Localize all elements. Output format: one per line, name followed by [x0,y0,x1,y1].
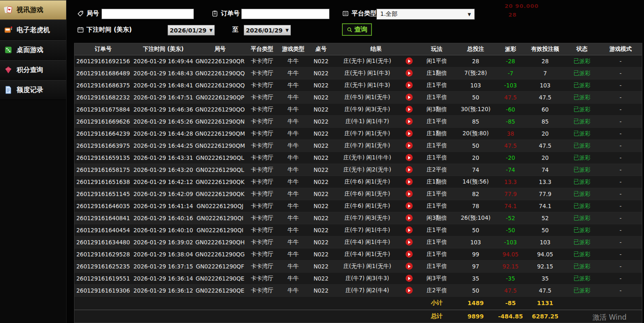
status-cell: 已派彩 [565,200,599,212]
payout-cell: -85 [495,115,525,127]
round-id-cell: GN022261290QI [195,224,245,236]
result-cell: 庄(牛7) 闲3(牛3) [334,272,400,284]
replay-button[interactable] [406,190,413,197]
replay-button[interactable] [406,118,413,125]
round-id-cell: GN022261290QG [195,248,245,260]
game-type-cell: 牛牛 [279,260,308,272]
result-cell: 庄(牛5) 闲1(无牛) [334,91,400,103]
order-id-cell: 260129161634480 [74,236,132,248]
replay-button[interactable] [406,226,413,234]
game-mode-cell: - [599,284,642,296]
bet-records-table: 订单号 下注时间 (美东) 局号 平台类型 游戏类型 桌号 结果 玩法 总投注 … [74,43,642,323]
date-from-select[interactable]: 2026/01/29 ▼ [168,25,215,35]
replay-button[interactable] [406,178,413,185]
table-no-cell: N022 [308,67,334,79]
table-no-cell: N022 [308,212,334,224]
total-bet-cell: 35 [456,272,495,284]
replay-cell [400,164,418,176]
round-id-cell: GN022261290QR [195,55,245,67]
sidebar-item-label: 额度记录 [17,86,43,94]
replay-cell [400,103,418,115]
status-cell: 已派彩 [565,224,599,236]
result-cell: 庄(牛6) 闲1(无牛) [334,200,400,212]
play-icon [408,60,411,63]
payout-cell: 38 [495,127,525,139]
game-type-cell: 牛牛 [279,248,308,260]
play-icon [408,289,411,292]
payout-cell: 92.15 [495,260,525,272]
order-id-cell: 260129161686375 [74,79,132,91]
status-cell: 已派彩 [565,139,599,152]
play-type-cell: 庄1平倍 [418,91,456,103]
table-no-cell: N022 [308,236,334,248]
replay-cell [400,224,418,236]
play-icon [408,277,411,280]
replay-button[interactable] [406,202,413,209]
play-type-cell: 庄2平倍 [418,284,456,296]
replay-button[interactable] [406,214,413,221]
result-cell: 庄(牛7) 闲2(牛4) [334,284,400,296]
sidebar-item-points-query[interactable]: 积分查询 [0,60,66,80]
sidebar-item-slot-machines[interactable]: 电子老虎机 [0,20,66,40]
game-mode-cell: - [599,127,642,139]
sidebar-item-video-games[interactable]: 视讯游戏 [0,0,66,20]
play-type-cell: 闲3翻倍 [418,103,456,115]
status-cell: 已派彩 [565,284,599,296]
table-no-cell: N022 [308,79,334,91]
valid-bet-cell: 47.5 [525,91,565,103]
valid-bet-cell: 60 [525,103,565,115]
table-no-cell: N022 [308,127,334,139]
replay-button[interactable] [406,82,413,89]
payout-cell: -35 [495,272,525,284]
platform-type-select[interactable]: 1.全部 ▼ [376,9,475,20]
play-type-cell: 庄1翻倍 [418,176,456,188]
round-number-label: 局号 [77,10,99,17]
replay-button[interactable] [406,94,413,101]
table-no-cell: N022 [308,224,334,236]
game-mode-cell: - [599,115,642,127]
replay-button[interactable] [406,251,413,258]
replay-button[interactable] [406,70,413,77]
valid-bet-cell: 13.3 [525,176,565,188]
round-id-cell: GN022261290QL [195,152,245,164]
header-table-no: 桌号 [308,43,334,55]
table-no-cell: N022 [308,248,334,260]
replay-button[interactable] [406,57,413,65]
table-no-cell: N022 [308,272,334,284]
replay-button[interactable] [406,287,413,294]
sidebar-item-quota-records[interactable]: 额度记录 [0,80,66,100]
play-icon [408,144,411,147]
replay-cell [400,212,418,224]
total-bet-cell: 26(预:104) [456,212,495,224]
total-bet-cell: 28 [456,55,495,67]
bet-time-cell: 2026-01-29 16:40:10 [132,224,195,236]
replay-button[interactable] [406,166,413,173]
platform-cell: 卡卡湾厅 [245,79,279,91]
sidebar-item-table-games[interactable]: 桌面游戏 [0,40,66,60]
replay-button[interactable] [406,154,413,161]
date-to-select[interactable]: 2026/01/29 ▼ [244,25,291,35]
bet-time-cell: 2026-01-29 16:44:28 [132,127,195,139]
game-type-cell: 牛牛 [279,188,308,200]
result-cell: 庄(无牛) 闲1(牛3) [334,67,400,79]
replay-button[interactable] [406,263,413,270]
play-type-cell: 庄1平倍 [418,188,456,200]
round-number-input[interactable] [102,9,194,19]
table-row: 260129161646035 2026-01-29 16:41:14 GN02… [74,200,642,212]
search-icon [347,27,353,33]
valid-bet-cell: 35 [525,272,565,284]
query-button[interactable]: 查询 [342,23,372,36]
table-row: 260129161663975 2026-01-29 16:44:25 GN02… [74,139,642,152]
order-number-input[interactable] [241,9,329,19]
replay-button[interactable] [406,142,413,149]
play-type-cell: 庄1平倍 [418,260,456,272]
play-type-cell: 闲1平倍 [418,55,456,67]
bet-time-cell: 2026-01-29 16:47:51 [132,91,195,103]
replay-button[interactable] [406,106,413,113]
valid-bet-cell: 7 [525,67,565,79]
order-id-cell: 260129161619551 [74,272,132,284]
replay-button[interactable] [406,239,413,246]
replay-button[interactable] [406,275,413,282]
order-id-cell: 260129161651638 [74,176,132,188]
replay-button[interactable] [406,130,413,137]
